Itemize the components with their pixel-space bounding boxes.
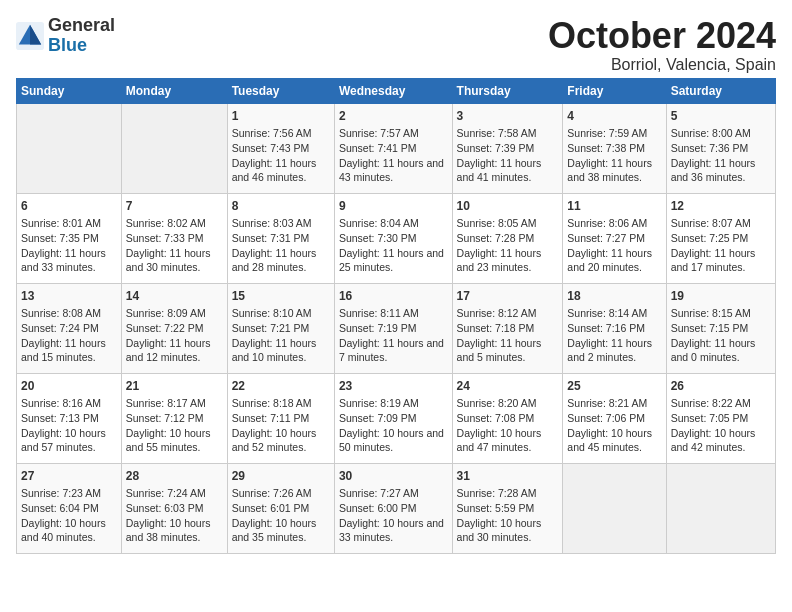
daylight-text: Daylight: 11 hours and 41 minutes. [457,157,542,184]
calendar-day-cell: 18Sunrise: 8:14 AMSunset: 7:16 PMDayligh… [563,283,666,373]
daylight-text: Daylight: 10 hours and 42 minutes. [671,427,756,454]
calendar-day-cell: 25Sunrise: 8:21 AMSunset: 7:06 PMDayligh… [563,373,666,463]
daylight-text: Daylight: 11 hours and 10 minutes. [232,337,317,364]
sunset-text: Sunset: 7:21 PM [232,322,310,334]
day-number: 1 [232,108,330,125]
daylight-text: Daylight: 10 hours and 47 minutes. [457,427,542,454]
sunset-text: Sunset: 7:15 PM [671,322,749,334]
day-number: 5 [671,108,771,125]
sunrise-text: Sunrise: 8:04 AM [339,217,419,229]
sunrise-text: Sunrise: 8:00 AM [671,127,751,139]
calendar-day-cell: 15Sunrise: 8:10 AMSunset: 7:21 PMDayligh… [227,283,334,373]
sunset-text: Sunset: 7:30 PM [339,232,417,244]
sunrise-text: Sunrise: 7:28 AM [457,487,537,499]
sunrise-text: Sunrise: 8:17 AM [126,397,206,409]
sunset-text: Sunset: 6:03 PM [126,502,204,514]
day-number: 22 [232,378,330,395]
weekday-header: Sunday [17,78,122,103]
sunset-text: Sunset: 7:08 PM [457,412,535,424]
sunset-text: Sunset: 5:59 PM [457,502,535,514]
weekday-header: Thursday [452,78,563,103]
weekday-header: Saturday [666,78,775,103]
day-number: 26 [671,378,771,395]
calendar-day-cell: 2Sunrise: 7:57 AMSunset: 7:41 PMDaylight… [334,103,452,193]
daylight-text: Daylight: 11 hours and 25 minutes. [339,247,444,274]
sunrise-text: Sunrise: 8:05 AM [457,217,537,229]
daylight-text: Daylight: 10 hours and 57 minutes. [21,427,106,454]
location-title: Borriol, Valencia, Spain [548,56,776,74]
sunset-text: Sunset: 7:38 PM [567,142,645,154]
sunset-text: Sunset: 7:19 PM [339,322,417,334]
daylight-text: Daylight: 11 hours and 12 minutes. [126,337,211,364]
daylight-text: Daylight: 11 hours and 15 minutes. [21,337,106,364]
sunrise-text: Sunrise: 8:03 AM [232,217,312,229]
calendar-day-cell: 5Sunrise: 8:00 AMSunset: 7:36 PMDaylight… [666,103,775,193]
day-number: 7 [126,198,223,215]
calendar-day-cell: 4Sunrise: 7:59 AMSunset: 7:38 PMDaylight… [563,103,666,193]
day-number: 31 [457,468,559,485]
calendar-week-row: 1Sunrise: 7:56 AMSunset: 7:43 PMDaylight… [17,103,776,193]
calendar-day-cell: 22Sunrise: 8:18 AMSunset: 7:11 PMDayligh… [227,373,334,463]
sunset-text: Sunset: 7:35 PM [21,232,99,244]
sunrise-text: Sunrise: 7:59 AM [567,127,647,139]
sunset-text: Sunset: 6:04 PM [21,502,99,514]
day-number: 11 [567,198,661,215]
day-number: 16 [339,288,448,305]
calendar-day-cell: 31Sunrise: 7:28 AMSunset: 5:59 PMDayligh… [452,463,563,553]
calendar-week-row: 20Sunrise: 8:16 AMSunset: 7:13 PMDayligh… [17,373,776,463]
day-number: 3 [457,108,559,125]
calendar-day-cell: 8Sunrise: 8:03 AMSunset: 7:31 PMDaylight… [227,193,334,283]
sunrise-text: Sunrise: 8:01 AM [21,217,101,229]
daylight-text: Daylight: 11 hours and 7 minutes. [339,337,444,364]
daylight-text: Daylight: 11 hours and 28 minutes. [232,247,317,274]
calendar-day-cell [121,103,227,193]
day-number: 19 [671,288,771,305]
daylight-text: Daylight: 11 hours and 33 minutes. [21,247,106,274]
logo-icon [16,22,44,50]
sunset-text: Sunset: 7:16 PM [567,322,645,334]
day-number: 28 [126,468,223,485]
sunrise-text: Sunrise: 8:14 AM [567,307,647,319]
weekday-header: Tuesday [227,78,334,103]
day-number: 15 [232,288,330,305]
sunset-text: Sunset: 6:00 PM [339,502,417,514]
daylight-text: Daylight: 11 hours and 46 minutes. [232,157,317,184]
daylight-text: Daylight: 10 hours and 52 minutes. [232,427,317,454]
daylight-text: Daylight: 11 hours and 43 minutes. [339,157,444,184]
calendar-day-cell: 28Sunrise: 7:24 AMSunset: 6:03 PMDayligh… [121,463,227,553]
sunrise-text: Sunrise: 8:16 AM [21,397,101,409]
sunrise-text: Sunrise: 8:10 AM [232,307,312,319]
calendar-day-cell [17,103,122,193]
calendar-day-cell: 3Sunrise: 7:58 AMSunset: 7:39 PMDaylight… [452,103,563,193]
sunrise-text: Sunrise: 8:21 AM [567,397,647,409]
calendar-day-cell: 20Sunrise: 8:16 AMSunset: 7:13 PMDayligh… [17,373,122,463]
calendar-day-cell: 6Sunrise: 8:01 AMSunset: 7:35 PMDaylight… [17,193,122,283]
sunrise-text: Sunrise: 8:06 AM [567,217,647,229]
weekday-header-row: SundayMondayTuesdayWednesdayThursdayFrid… [17,78,776,103]
day-number: 29 [232,468,330,485]
daylight-text: Daylight: 11 hours and 17 minutes. [671,247,756,274]
day-number: 18 [567,288,661,305]
logo-text: GeneralBlue [48,16,115,56]
daylight-text: Daylight: 10 hours and 33 minutes. [339,517,444,544]
sunrise-text: Sunrise: 8:19 AM [339,397,419,409]
sunrise-text: Sunrise: 8:07 AM [671,217,751,229]
calendar-day-cell: 24Sunrise: 8:20 AMSunset: 7:08 PMDayligh… [452,373,563,463]
sunset-text: Sunset: 7:09 PM [339,412,417,424]
calendar-week-row: 27Sunrise: 7:23 AMSunset: 6:04 PMDayligh… [17,463,776,553]
weekday-header: Monday [121,78,227,103]
day-number: 10 [457,198,559,215]
sunset-text: Sunset: 6:01 PM [232,502,310,514]
daylight-text: Daylight: 11 hours and 23 minutes. [457,247,542,274]
day-number: 13 [21,288,117,305]
sunrise-text: Sunrise: 7:58 AM [457,127,537,139]
calendar-day-cell: 26Sunrise: 8:22 AMSunset: 7:05 PMDayligh… [666,373,775,463]
sunrise-text: Sunrise: 8:18 AM [232,397,312,409]
day-number: 8 [232,198,330,215]
weekday-header: Friday [563,78,666,103]
calendar-day-cell: 1Sunrise: 7:56 AMSunset: 7:43 PMDaylight… [227,103,334,193]
sunrise-text: Sunrise: 8:11 AM [339,307,419,319]
day-number: 2 [339,108,448,125]
daylight-text: Daylight: 11 hours and 5 minutes. [457,337,542,364]
day-number: 14 [126,288,223,305]
